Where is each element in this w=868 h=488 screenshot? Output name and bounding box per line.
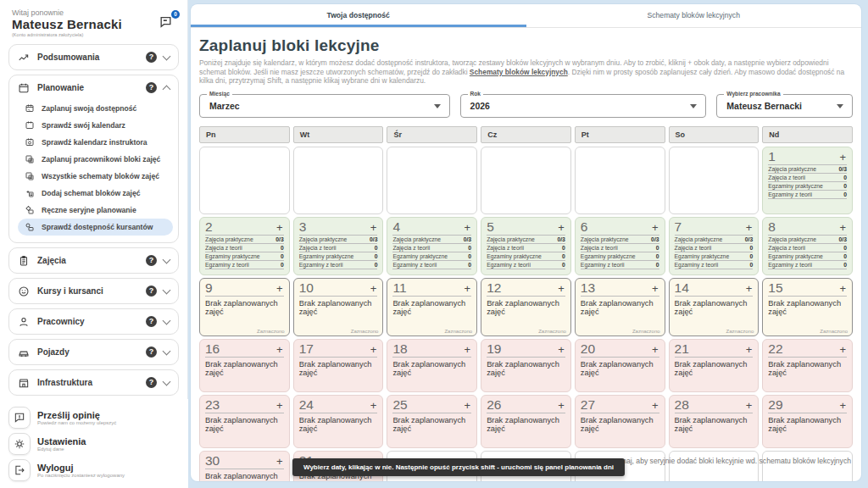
calendar-day-cell-5[interactable]: 5+Zajęcia praktyczne0/3Zajęcia z teorii0… bbox=[481, 217, 571, 275]
calendar-day-cell-8[interactable]: 8+Zajęcia praktyczne0/3Zajęcia z teorii0… bbox=[762, 217, 853, 275]
add-block-button[interactable]: + bbox=[464, 222, 472, 234]
add-block-button[interactable]: + bbox=[464, 283, 472, 295]
calendar-day-cell-4[interactable]: 4+Zajęcia praktyczne0/3Zajęcia z teorii0… bbox=[387, 217, 477, 275]
sidebar-item-podsumowania[interactable]: Podsumowania bbox=[9, 45, 178, 69]
add-block-button[interactable]: + bbox=[464, 400, 472, 412]
add-block-button[interactable]: + bbox=[557, 400, 565, 412]
calendar-day-cell-10[interactable]: 10+Brak zaplanowanych zajęćZaznaczono bbox=[293, 278, 384, 336]
snackbar: Wybierz daty, klikając w nie. Następnie … bbox=[292, 458, 625, 476]
add-block-button[interactable]: + bbox=[838, 283, 847, 295]
sidebar: Witaj ponownie Mateusz Bernacki (Konto a… bbox=[0, 0, 188, 488]
month-select[interactable]: Miesiąc Marzec bbox=[199, 94, 450, 118]
add-block-button[interactable]: + bbox=[838, 152, 847, 164]
sidebar-footer-ustawienia[interactable]: UstawieniaEdytuj dane bbox=[8, 433, 180, 455]
calendar-day-cell-1[interactable]: 1+Zajęcia praktyczne0/3Zajęcia z teorii0… bbox=[762, 147, 853, 214]
schemas-tab-link[interactable]: Schematy bloków lekcyjnych bbox=[470, 68, 568, 76]
help-icon[interactable] bbox=[146, 347, 157, 358]
add-block-button[interactable]: + bbox=[651, 344, 659, 356]
calendar-day-cell-2[interactable]: 2+Zajęcia praktyczne0/3Zajęcia z teorii0… bbox=[199, 217, 290, 275]
sidebar-subitem-sprawdz-swoj-kalendarz[interactable]: Sprawdź swój kalendarz bbox=[18, 117, 173, 134]
help-icon[interactable] bbox=[146, 286, 157, 297]
add-block-button[interactable]: + bbox=[275, 456, 284, 468]
calendar-day-cell-14[interactable]: 14+Brak zaplanowanych zajęćZaznaczono bbox=[669, 278, 760, 336]
sidebar-item-planowanie[interactable]: Planowanie bbox=[9, 75, 178, 100]
add-block-button[interactable]: + bbox=[838, 400, 847, 412]
calendar-day-cell-3[interactable]: 3+Zajęcia praktyczne0/3Zajęcia z teorii0… bbox=[293, 217, 384, 275]
calendar-day-cell-13[interactable]: 13+Brak zaplanowanych zajęćZaznaczono bbox=[575, 278, 665, 336]
help-icon[interactable] bbox=[146, 82, 157, 93]
stat-label: Zajęcia praktyczne bbox=[392, 236, 441, 242]
calendar-day-cell-15[interactable]: 15+Brak zaplanowanych zajęćZaznaczono bbox=[762, 278, 853, 336]
sidebar-footer-sublabel: Powiedz nam co możemy ulepszyć bbox=[37, 420, 116, 425]
add-block-button[interactable]: + bbox=[370, 400, 378, 412]
help-icon[interactable] bbox=[146, 316, 157, 327]
add-block-button[interactable]: + bbox=[838, 344, 847, 356]
sidebar-item-infrastruktura[interactable]: Infrastruktura bbox=[9, 370, 178, 395]
year-select[interactable]: Rok 2026 bbox=[460, 94, 707, 118]
sidebar-subitem-reczne-seryjne-planowanie[interactable]: Ręczne seryjne planowanie bbox=[18, 202, 173, 219]
sidebar-item-kursy-i-kursanci[interactable]: Kursy i kursanci bbox=[9, 279, 178, 303]
calendar-day-cell-21[interactable]: 21+Brak zaplanowanych zajęć bbox=[669, 339, 760, 392]
calendar-day-cell-7[interactable]: 7+Zajęcia praktyczne0/3Zajęcia z teorii0… bbox=[669, 217, 760, 275]
sidebar-subitem-sprawdz-kalendarz-instruktora[interactable]: Sprawdź kalendarz instruktora bbox=[18, 134, 173, 151]
calendar-day-cell-25[interactable]: 25+Brak zaplanowanych zajęć bbox=[387, 395, 477, 448]
calendar-day-cell-26[interactable]: 26+Brak zaplanowanych zajęć bbox=[481, 395, 571, 448]
sidebar-item-pracownicy[interactable]: Pracownicy bbox=[9, 309, 178, 334]
add-block-button[interactable]: + bbox=[838, 222, 847, 234]
calendar-day-cell-30[interactable]: 30+Brak zaplanowanych zajęć bbox=[199, 451, 290, 482]
add-block-button[interactable]: + bbox=[275, 283, 284, 295]
help-icon[interactable] bbox=[146, 52, 157, 63]
add-block-button[interactable]: + bbox=[464, 344, 472, 356]
calendar-day-cell-22[interactable]: 22+Brak zaplanowanych zajęć bbox=[762, 339, 853, 392]
sidebar-subitem-zaplanuj-pracownikowi-bloki-zajec[interactable]: Zaplanuj pracownikowi bloki zajęć bbox=[18, 151, 173, 168]
calendar-day-cell-16[interactable]: 16+Brak zaplanowanych zajęć bbox=[199, 339, 290, 392]
add-block-button[interactable]: + bbox=[370, 222, 378, 234]
calendar-day-cell-17[interactable]: 17+Brak zaplanowanych zajęć bbox=[293, 339, 384, 392]
tab-lesson-block-schemas[interactable]: Schematy bloków lekcyjnych bbox=[526, 4, 862, 27]
calendar-day-cell-12[interactable]: 12+Brak zaplanowanych zajęćZaznaczono bbox=[481, 278, 571, 336]
add-block-button[interactable]: + bbox=[557, 344, 565, 356]
calendar-day-cell-29[interactable]: 29+Brak zaplanowanych zajęć bbox=[762, 395, 853, 448]
add-block-button[interactable]: + bbox=[651, 283, 659, 295]
add-block-button[interactable]: + bbox=[745, 222, 754, 234]
chevron-down-icon bbox=[163, 316, 171, 324]
calendar-empty-cell bbox=[669, 147, 760, 214]
sidebar-subitem-zaplanuj-swoja-dostepnosc[interactable]: Zaplanuj swoją dostępność bbox=[18, 100, 173, 117]
calendar-day-cell-27[interactable]: 27+Brak zaplanowanych zajęć bbox=[575, 395, 665, 448]
add-block-button[interactable]: + bbox=[651, 400, 659, 412]
calendar-day-cell-28[interactable]: 28+Brak zaplanowanych zajęć bbox=[669, 395, 760, 448]
add-block-button[interactable]: + bbox=[275, 222, 284, 234]
tab-your-availability[interactable]: Twoja dostępność bbox=[191, 4, 526, 27]
add-block-button[interactable]: + bbox=[275, 344, 284, 356]
add-block-button[interactable]: + bbox=[745, 283, 754, 295]
help-icon[interactable] bbox=[146, 255, 157, 266]
day-cell-header: 5+ bbox=[487, 219, 565, 236]
employee-select[interactable]: Wybierz pracownika Mateusz Bernacki bbox=[716, 94, 853, 118]
sidebar-footer-wyloguj[interactable]: WylogujPo naciśnięciu zostaniesz wylogow… bbox=[8, 459, 180, 481]
calendar-day-cell-19[interactable]: 19+Brak zaplanowanych zajęć bbox=[481, 339, 571, 392]
calendar-day-cell-24[interactable]: 24+Brak zaplanowanych zajęć bbox=[293, 395, 384, 448]
add-block-button[interactable]: + bbox=[370, 283, 378, 295]
help-icon[interactable] bbox=[146, 377, 157, 388]
sidebar-subitem-wszystkie-schematy-blokow-zajec[interactable]: Wszystkie schematy bloków zajęć bbox=[18, 168, 173, 185]
add-block-button[interactable]: + bbox=[745, 400, 754, 412]
sidebar-subitem-sprawdz-dostepnosc-kursantow[interactable]: Sprawdź dostępność kursantów bbox=[18, 219, 173, 236]
add-block-button[interactable]: + bbox=[275, 400, 284, 412]
add-block-button[interactable]: + bbox=[370, 344, 378, 356]
sidebar-item-pojazdy[interactable]: Pojazdy bbox=[9, 340, 178, 364]
add-block-button[interactable]: + bbox=[557, 283, 565, 295]
add-block-button[interactable]: + bbox=[651, 222, 659, 234]
sidebar-footer-przeslij-opinie[interactable]: Prześlij opinięPowiedz nam co możemy ule… bbox=[8, 407, 180, 429]
messages-button[interactable]: 0 bbox=[159, 15, 175, 30]
calendar-day-cell-6[interactable]: 6+Zajęcia praktyczne0/3Zajęcia z teorii0… bbox=[575, 217, 665, 275]
day-cell-header: 18+ bbox=[392, 341, 471, 358]
calendar-day-cell-23[interactable]: 23+Brak zaplanowanych zajęć bbox=[199, 395, 290, 448]
add-block-button[interactable]: + bbox=[745, 344, 754, 356]
calendar-day-cell-20[interactable]: 20+Brak zaplanowanych zajęć bbox=[575, 339, 665, 392]
calendar-day-cell-18[interactable]: 18+Brak zaplanowanych zajęć bbox=[387, 339, 477, 392]
calendar-day-cell-11[interactable]: 11+Brak zaplanowanych zajęćZaznaczono bbox=[387, 278, 477, 336]
sidebar-item-zajecia[interactable]: Zajęcia bbox=[9, 248, 178, 273]
sidebar-subitem-dodaj-schemat-blokow-zajec[interactable]: Dodaj schemat bloków zajęć bbox=[18, 185, 173, 202]
calendar-day-cell-9[interactable]: 9+Brak zaplanowanych zajęćZaznaczono bbox=[199, 278, 290, 336]
add-block-button[interactable]: + bbox=[557, 222, 565, 234]
